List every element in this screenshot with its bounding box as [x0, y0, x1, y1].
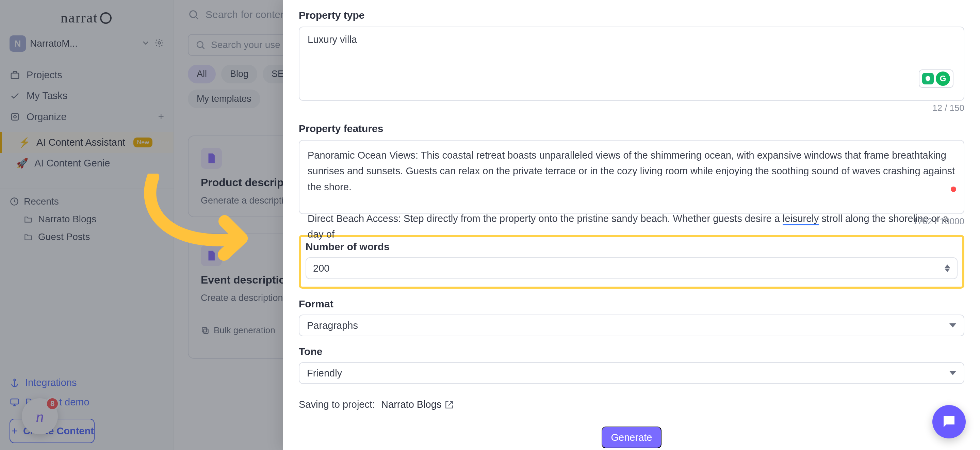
features-p1: Panoramic Ocean Views: This coastal retr… [308, 150, 955, 192]
generation-panel: Property type Luxury villa G 12 / 150 Pr… [283, 0, 980, 450]
saving-to-project: Saving to project: Narrato Blogs [299, 399, 964, 410]
external-link-icon [445, 400, 453, 409]
highlighted-words-field: Number of words 200 [299, 235, 964, 289]
saving-label: Saving to project: [299, 399, 375, 410]
label-tone: Tone [299, 346, 964, 357]
input-value: Luxury villa [308, 34, 357, 45]
step-up-icon[interactable] [945, 265, 950, 268]
select-format[interactable]: Paragraphs [299, 314, 964, 336]
button-label: Generate [611, 432, 652, 443]
label-property-features: Property features [299, 123, 964, 134]
grammarly-icon: G [936, 72, 950, 86]
input-number-of-words[interactable]: 200 [305, 257, 958, 279]
project-link[interactable]: Narrato Blogs [381, 399, 453, 410]
project-name: Narrato Blogs [381, 399, 441, 410]
error-indicator-icon[interactable] [951, 187, 956, 192]
label-number-of-words: Number of words [305, 241, 958, 252]
label-format: Format [299, 298, 964, 310]
select-value: Friendly [307, 368, 342, 379]
input-property-type[interactable]: Luxury villa [299, 27, 964, 101]
input-value: 200 [313, 263, 329, 274]
counter-property-type: 12 / 150 [299, 103, 964, 113]
generate-button[interactable]: Generate [601, 426, 662, 448]
select-value: Paragraphs [307, 320, 358, 331]
shield-icon [922, 73, 934, 85]
spellcheck-word[interactable]: leisurely [783, 213, 819, 225]
number-stepper[interactable] [945, 265, 950, 272]
writing-assist-badges[interactable]: G [919, 69, 953, 88]
step-down-icon[interactable] [945, 268, 950, 272]
chevron-down-icon [950, 371, 956, 375]
features-p2a: Direct Beach Access: Step directly from … [308, 213, 783, 224]
chat-icon [941, 413, 957, 430]
chevron-down-icon [950, 323, 956, 327]
label-property-type: Property type [299, 10, 964, 21]
input-property-features[interactable]: Panoramic Ocean Views: This coastal retr… [299, 140, 964, 214]
chat-fab[interactable] [932, 405, 966, 439]
select-tone[interactable]: Friendly [299, 362, 964, 384]
